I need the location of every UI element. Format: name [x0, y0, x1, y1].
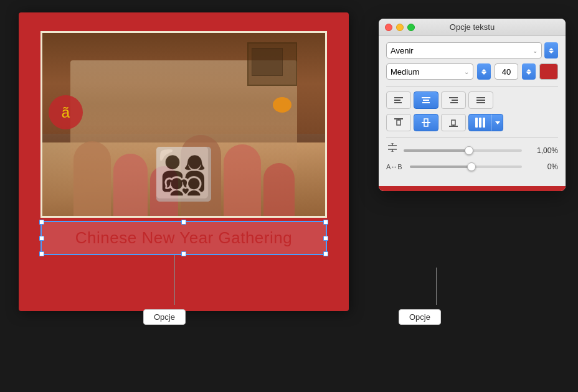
line-spacing-value: 1,00%: [527, 146, 558, 155]
valign-bottom-button[interactable]: [441, 114, 466, 131]
valign-middle-icon: [421, 118, 431, 128]
align-right-icon: [448, 95, 458, 105]
line-spacing-fill: [404, 149, 469, 152]
line-spacing-row: 1,00%: [386, 143, 558, 157]
align-center-icon: [421, 95, 431, 105]
svg-rect-4: [423, 100, 429, 101]
columns-icon: [469, 114, 491, 131]
font-dropdown-icon: ⌄: [533, 47, 538, 54]
align-justify-button[interactable]: [468, 91, 493, 109]
callout-line-left: [174, 255, 175, 305]
align-justify-icon: [476, 95, 486, 105]
panel-title: Opcje tekstu: [450, 22, 495, 32]
align-center-button[interactable]: [414, 91, 438, 109]
handle-bottom-right: [323, 251, 328, 256]
char-spacing-row: A↔B 0%: [386, 162, 558, 171]
size-stepper-down-icon: [526, 72, 531, 75]
font-name-label: Avenir: [391, 46, 414, 55]
columns-button[interactable]: [468, 114, 503, 131]
font-size-value: 40: [502, 67, 511, 77]
char-spacing-track[interactable]: [410, 166, 522, 168]
handle-top-left: [39, 220, 44, 225]
weight-stepper-down-icon: [481, 72, 486, 75]
v-align-row: [386, 114, 558, 131]
valign-top-icon: [394, 118, 404, 128]
size-stepper[interactable]: [522, 63, 536, 80]
svg-rect-0: [394, 97, 403, 98]
handle-middle-right: [323, 236, 328, 241]
line-spacing-icon: [386, 143, 399, 157]
char-spacing-fill: [410, 166, 471, 168]
handle-top-middle: [181, 220, 186, 225]
opcje-button-right[interactable]: Opcje: [399, 309, 441, 325]
panel-body: Avenir ⌄ Medium ⌄ 40: [379, 36, 566, 182]
weight-stepper-up-icon: [481, 69, 486, 72]
svg-rect-15: [422, 122, 430, 123]
svg-rect-6: [449, 97, 458, 98]
align-left-button[interactable]: [386, 91, 411, 109]
panel-titlebar: Opcje tekstu: [379, 19, 566, 36]
font-stepper-up-icon: [549, 48, 554, 50]
svg-rect-2: [394, 102, 402, 103]
divider-2: [386, 138, 558, 138]
svg-rect-13: [397, 120, 400, 125]
svg-rect-19: [452, 120, 455, 125]
font-stepper[interactable]: [544, 42, 558, 58]
title-textbox[interactable]: Chinese New Year Gathering: [40, 221, 327, 255]
svg-rect-3: [422, 97, 430, 98]
svg-marker-24: [391, 143, 394, 144]
font-color-swatch[interactable]: [539, 63, 558, 80]
close-button[interactable]: [385, 24, 392, 31]
traffic-lights: [385, 24, 415, 31]
opcje-tekstu-panel: Opcje tekstu Avenir ⌄ Medium ⌄: [379, 19, 566, 191]
photo-image: ã: [42, 33, 325, 216]
handle-top-right: [323, 220, 328, 225]
svg-rect-11: [476, 102, 485, 103]
panel-bottom-bar: [379, 186, 566, 191]
weight-size-row: Medium ⌄ 40: [386, 63, 558, 80]
handle-bottom-left: [39, 251, 44, 256]
valign-middle-button[interactable]: [414, 114, 438, 131]
svg-rect-5: [422, 102, 430, 103]
divider-1: [386, 86, 558, 86]
align-right-button[interactable]: [441, 91, 466, 109]
font-selector-row: Avenir ⌄: [386, 42, 558, 58]
photo-area: ã: [40, 31, 327, 218]
line-spacing-thumb[interactable]: [465, 146, 473, 155]
char-spacing-thumb[interactable]: [467, 162, 476, 171]
handle-middle-left: [39, 236, 44, 241]
size-stepper-up-icon: [526, 69, 531, 72]
svg-rect-8: [450, 102, 458, 103]
font-stepper-down-icon: [549, 51, 554, 54]
maximize-button[interactable]: [407, 24, 415, 31]
svg-rect-10: [476, 100, 485, 101]
weight-dropdown-icon: ⌄: [464, 68, 469, 75]
svg-marker-26: [391, 151, 394, 152]
weight-label: Medium: [391, 67, 419, 77]
line-spacing-track[interactable]: [404, 149, 522, 152]
h-align-row: [386, 91, 558, 109]
callout-line-right: [436, 268, 437, 305]
font-dropdown[interactable]: Avenir ⌄: [386, 42, 542, 58]
svg-rect-9: [476, 97, 485, 98]
columns-dropdown-arrow: [491, 114, 503, 131]
svg-rect-1: [394, 100, 400, 101]
valign-top-button[interactable]: [386, 114, 411, 131]
font-size-field[interactable]: 40: [495, 63, 518, 80]
handle-bottom-middle: [181, 251, 186, 256]
card-title-text: Chinese New Year Gathering: [75, 228, 292, 248]
opcje-button-left[interactable]: Opcje: [143, 309, 186, 325]
minimize-button[interactable]: [396, 24, 404, 31]
align-left-icon: [394, 95, 404, 105]
char-spacing-label: A↔B: [386, 162, 405, 171]
weight-dropdown[interactable]: Medium ⌄: [386, 63, 473, 80]
svg-rect-7: [452, 100, 458, 101]
char-spacing-value: 0%: [527, 162, 558, 171]
weight-stepper[interactable]: [477, 63, 491, 80]
valign-bottom-icon: [448, 118, 458, 128]
